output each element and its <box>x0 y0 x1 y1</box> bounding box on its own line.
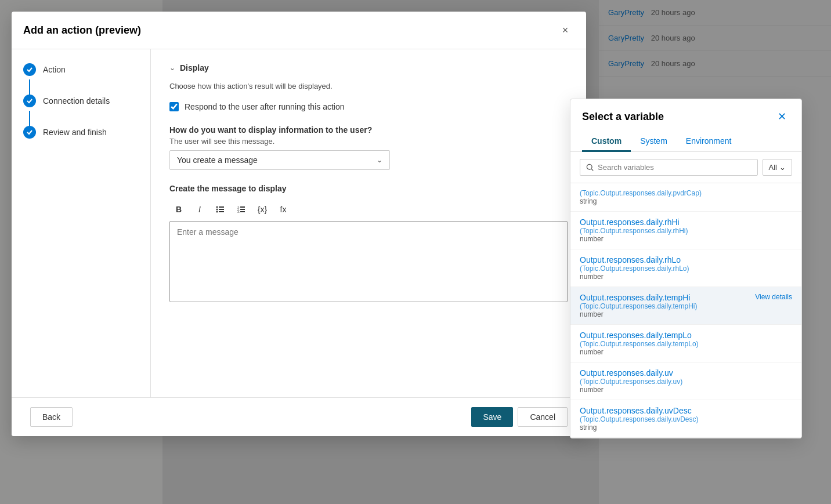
vp-title: Select a variable <box>582 111 664 123</box>
back-button[interactable]: Back <box>30 407 73 427</box>
vp-item-name-3: Output.responses.daily.tempHi <box>580 293 698 302</box>
step-label-action: Action <box>43 65 66 74</box>
vp-filter-chevron-icon: ⌄ <box>779 163 786 172</box>
vp-list-item[interactable]: (Topic.Output.responses.daily.pvdrCap) s… <box>570 183 801 212</box>
section-desc: Choose how this action's result will be … <box>169 82 568 90</box>
vp-tabs: Custom System Environment <box>570 125 801 152</box>
dialog-body: Action Connection details Review and fin… <box>12 49 586 397</box>
vp-item-path-5: (Topic.Output.responses.daily.uv) <box>580 378 792 386</box>
check-icon-connection <box>26 97 33 104</box>
step-item-review: Review and finish <box>23 126 139 139</box>
vp-item-path-3: (Topic.Output.responses.daily.tempHi) <box>580 302 698 310</box>
vp-list: (Topic.Output.responses.daily.pvdrCap) s… <box>570 183 801 438</box>
step-circle-action <box>23 63 36 76</box>
vp-item-type-0: string <box>580 197 792 205</box>
vp-item-path-1: (Topic.Output.responses.daily.rhHi) <box>580 227 792 235</box>
italic-button[interactable]: I <box>190 200 209 219</box>
bold-button[interactable]: B <box>169 200 188 219</box>
search-input[interactable] <box>598 163 751 172</box>
vp-item-type-6: string <box>580 423 792 432</box>
svg-rect-9 <box>240 209 245 210</box>
create-msg-label: Create the message to display <box>169 184 568 193</box>
dialog-close-button[interactable]: × <box>556 21 575 39</box>
svg-point-12 <box>587 164 592 169</box>
cancel-button[interactable]: Cancel <box>518 407 568 427</box>
vp-item-name-6: Output.responses.daily.uvDesc <box>580 406 792 415</box>
vp-list-item[interactable]: Output.responses.daily.rhHi (Topic.Outpu… <box>570 212 801 249</box>
formula-button[interactable]: fx <box>274 200 292 219</box>
svg-point-2 <box>216 209 218 211</box>
vp-item-type-2: number <box>580 273 792 281</box>
numbered-list-button[interactable]: 1. 2. 3. <box>232 200 251 219</box>
vp-item-type-4: number <box>580 348 792 356</box>
step-circle-review <box>23 126 36 139</box>
message-toolbar: B I 1. 2. <box>169 200 568 219</box>
section-header: ⌄ Display <box>169 63 568 72</box>
message-textarea[interactable] <box>169 221 568 302</box>
check-icon-action <box>26 66 33 73</box>
vp-header: Select a variable ✕ <box>570 99 801 125</box>
vp-item-path-0: (Topic.Output.responses.daily.pvdrCap) <box>580 189 792 197</box>
svg-rect-5 <box>219 211 224 212</box>
dialog-footer: Back Save Cancel <box>12 397 586 436</box>
section-chevron-icon: ⌄ <box>169 64 175 72</box>
vp-list-item[interactable]: Output.responses.daily.uvDesc (Topic.Out… <box>570 400 801 438</box>
svg-point-0 <box>216 206 218 208</box>
dropdown-value: You create a message <box>177 155 258 165</box>
step-item-connection: Connection details <box>23 95 139 126</box>
svg-text:3.: 3. <box>237 210 240 213</box>
respond-checkbox[interactable] <box>169 102 179 111</box>
stepper: Action Connection details Review and fin… <box>12 49 151 397</box>
bullet-list-icon <box>216 205 225 214</box>
vp-item-path-4: (Topic.Output.responses.daily.tempLo) <box>580 340 792 348</box>
vp-item-type-3: number <box>580 310 698 318</box>
vp-list-item-highlighted[interactable]: Output.responses.daily.tempHi (Topic.Out… <box>570 287 801 325</box>
svg-rect-7 <box>240 206 245 208</box>
vp-item-name-2: Output.responses.daily.rhLo <box>580 255 792 264</box>
tab-custom[interactable]: Custom <box>582 132 631 152</box>
dialog-title: Add an action (preview) <box>23 24 141 37</box>
display-question: How do you want to display information t… <box>169 125 568 135</box>
step-item-action: Action <box>23 63 139 95</box>
main-dialog: Add an action (preview) × Action Con <box>12 12 586 436</box>
dialog-header: Add an action (preview) × <box>12 12 586 49</box>
footer-right: Save Cancel <box>471 407 568 427</box>
save-button[interactable]: Save <box>471 407 513 427</box>
vp-list-item[interactable]: Output.responses.daily.rhLo (Topic.Outpu… <box>570 249 801 287</box>
check-icon-review <box>26 129 33 136</box>
variable-button[interactable]: {x} <box>253 200 272 219</box>
vp-search-box <box>580 159 758 176</box>
vp-search-row: All ⌄ <box>570 152 801 183</box>
step-label-review: Review and finish <box>43 128 107 137</box>
content-area: ⌄ Display Choose how this action's resul… <box>151 49 586 397</box>
display-sublabel: The user will see this message. <box>169 137 568 146</box>
vp-close-button[interactable]: ✕ <box>774 108 790 125</box>
bullet-list-button[interactable] <box>211 200 230 219</box>
svg-rect-1 <box>219 206 224 208</box>
vp-item-path-6: (Topic.Output.responses.daily.uvDesc) <box>580 415 792 423</box>
vp-item-name-5: Output.responses.daily.uv <box>580 368 792 378</box>
checkbox-label: Respond to the user after running this a… <box>185 102 345 111</box>
view-details-link[interactable]: View details <box>755 293 792 301</box>
tab-environment[interactable]: Environment <box>677 132 741 152</box>
svg-line-13 <box>591 169 593 171</box>
dropdown-chevron-icon: ⌄ <box>377 156 382 164</box>
vp-item-header-3: Output.responses.daily.tempHi (Topic.Out… <box>580 293 792 318</box>
vp-filter-dropdown[interactable]: All ⌄ <box>763 159 792 176</box>
footer-left: Back <box>30 407 73 427</box>
vp-item-name-1: Output.responses.daily.rhHi <box>580 217 792 227</box>
vp-item-type-5: number <box>580 386 792 394</box>
vp-list-item[interactable]: Output.responses.daily.tempLo (Topic.Out… <box>570 325 801 362</box>
vp-item-name-4: Output.responses.daily.tempLo <box>580 331 792 340</box>
vp-filter-label: All <box>769 163 777 172</box>
tab-system[interactable]: System <box>631 132 677 152</box>
vp-item-path-2: (Topic.Output.responses.daily.rhLo) <box>580 264 792 273</box>
message-type-dropdown[interactable]: You create a message ⌄ <box>169 150 390 170</box>
vp-item-type-1: number <box>580 235 792 243</box>
step-label-connection: Connection details <box>43 96 110 106</box>
vp-list-item[interactable]: Output.responses.daily.uv (Topic.Output.… <box>570 362 801 400</box>
step-circle-connection <box>23 95 36 107</box>
variable-panel: Select a variable ✕ Custom System Enviro… <box>570 99 802 438</box>
search-icon <box>586 164 594 172</box>
checkbox-row: Respond to the user after running this a… <box>169 102 568 111</box>
